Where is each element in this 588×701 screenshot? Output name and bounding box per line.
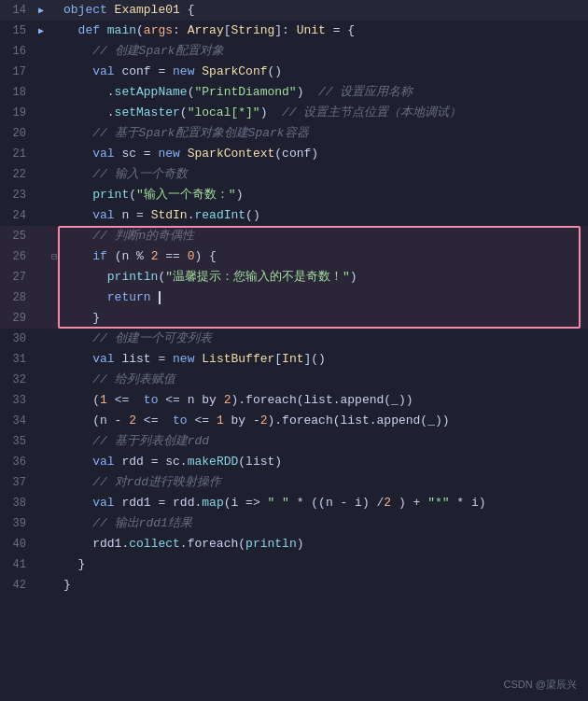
line-number-32: 32 [0,373,34,386]
line-number-22: 22 [0,168,34,181]
line-22: 22 // 输入一个奇数 [0,164,588,185]
line-number-29: 29 [0,312,34,325]
code-content-33: (1 <= to <= n by 2).foreach(list.append(… [60,390,588,411]
line-number-36: 36 [0,456,34,469]
line-arrow-14[interactable]: ▶ [34,5,49,16]
line-number-39: 39 [0,517,34,530]
line-29: 29 } [0,308,588,329]
line-number-16: 16 [0,45,34,58]
code-content-40: rdd1.collect.foreach(println) [60,534,588,554]
code-content-15: def main(args: Array[String]: Unit = { [60,21,588,41]
line-23: 23 print("输入一个奇数：") [0,185,588,205]
line-15: 15▶ def main(args: Array[String]: Unit =… [0,21,588,41]
line-arrow-15[interactable]: ▶ [34,25,49,36]
line-20: 20 // 基于Spark配置对象创建Spark容器 [0,123,588,144]
code-content-36: val rdd = sc.makeRDD(list) [60,452,588,472]
code-editor: 14▶object Example01 {15▶ def main(args: … [0,0,588,701]
line-38: 38 val rdd1 = rdd.map(i => " " * ((n - i… [0,493,588,513]
line-number-37: 37 [0,476,34,489]
code-content-23: print("输入一个奇数：") [60,185,588,205]
line-number-17: 17 [0,65,34,78]
code-content-28: return [60,287,588,308]
line-27: 27 println("温馨提示：您输入的不是奇数！") [0,267,588,287]
code-content-27: println("温馨提示：您输入的不是奇数！") [60,267,588,287]
line-31: 31 val list = new ListBuffer[Int]() [0,349,588,370]
code-content-26: if (n % 2 == 0) { [60,246,588,267]
code-content-25: // 判断n的奇偶性 [60,226,588,246]
line-number-21: 21 [0,147,34,161]
line-24: 24 val n = StdIn.readInt() [0,205,588,226]
watermark: CSDN @梁辰兴 [504,678,577,692]
line-number-23: 23 [0,189,34,202]
code-content-16: // 创建Spark配置对象 [60,41,588,62]
line-number-42: 42 [0,579,34,592]
line-16: 16 // 创建Spark配置对象 [0,41,588,62]
code-content-14: object Example01 { [60,0,588,21]
line-42: 42} [0,575,588,596]
code-content-35: // 基于列表创建rdd [60,431,588,452]
code-content-37: // 对rdd进行映射操作 [60,472,588,493]
line-number-27: 27 [0,271,34,284]
code-content-20: // 基于Spark配置对象创建Spark容器 [60,123,588,144]
line-40: 40 rdd1.collect.foreach(println) [0,534,588,554]
code-lines: 14▶object Example01 {15▶ def main(args: … [0,0,588,596]
code-content-38: val rdd1 = rdd.map(i => " " * ((n - i) /… [60,493,588,513]
line-41: 41 } [0,554,588,575]
line-number-33: 33 [0,394,34,407]
code-content-19: .setMaster("local[*]") // 设置主节点位置（本地调试） [60,103,588,123]
line-35: 35 // 基于列表创建rdd [0,431,588,452]
line-36: 36 val rdd = sc.makeRDD(list) [0,452,588,472]
line-number-35: 35 [0,435,34,448]
code-content-17: val conf = new SparkConf() [60,62,588,82]
code-content-39: // 输出rdd1结果 [60,513,588,534]
line-30: 30 // 创建一个可变列表 [0,329,588,349]
line-34: 34 (n - 2 <= to <= 1 by -2).foreach(list… [0,411,588,431]
line-number-26: 26 [0,250,34,263]
line-number-40: 40 [0,538,34,551]
line-18: 18 .setAppName("PrintDiamond") // 设置应用名称 [0,82,588,103]
line-number-18: 18 [0,86,34,99]
line-number-20: 20 [0,127,34,140]
code-content-30: // 创建一个可变列表 [60,329,588,349]
line-17: 17 val conf = new SparkConf() [0,62,588,82]
line-14: 14▶object Example01 { [0,0,588,21]
line-number-34: 34 [0,414,34,428]
line-37: 37 // 对rdd进行映射操作 [0,472,588,493]
line-26: 26⊟ if (n % 2 == 0) { [0,246,588,267]
line-19: 19 .setMaster("local[*]") // 设置主节点位置（本地调… [0,103,588,123]
line-number-14: 14 [0,4,34,17]
line-32: 32 // 给列表赋值 [0,370,588,390]
code-content-29: } [60,308,588,329]
line-number-24: 24 [0,209,34,222]
code-content-32: // 给列表赋值 [60,370,588,390]
code-content-34: (n - 2 <= to <= 1 by -2).foreach(list.ap… [60,411,588,431]
line-number-41: 41 [0,558,34,571]
line-number-25: 25 [0,230,34,243]
line-25: 25 // 判断n的奇偶性 [0,226,588,246]
line-number-28: 28 [0,291,34,304]
line-number-38: 38 [0,497,34,510]
code-content-42: } [60,575,588,596]
line-21: 21 val sc = new SparkContext(conf) [0,144,588,164]
code-content-18: .setAppName("PrintDiamond") // 设置应用名称 [60,82,588,103]
line-33: 33 (1 <= to <= n by 2).foreach(list.appe… [0,390,588,411]
line-28: 28 return [0,287,588,308]
line-39: 39 // 输出rdd1结果 [0,513,588,534]
code-content-41: } [60,554,588,575]
line-number-19: 19 [0,106,34,119]
line-number-30: 30 [0,332,34,345]
line-number-15: 15 [0,24,34,37]
code-content-31: val list = new ListBuffer[Int]() [60,349,588,370]
line-number-31: 31 [0,353,34,366]
text-cursor [159,291,161,304]
code-content-24: val n = StdIn.readInt() [60,205,588,226]
code-content-22: // 输入一个奇数 [60,164,588,185]
code-content-21: val sc = new SparkContext(conf) [60,144,588,164]
fold-icon-26[interactable]: ⊟ [49,251,60,262]
